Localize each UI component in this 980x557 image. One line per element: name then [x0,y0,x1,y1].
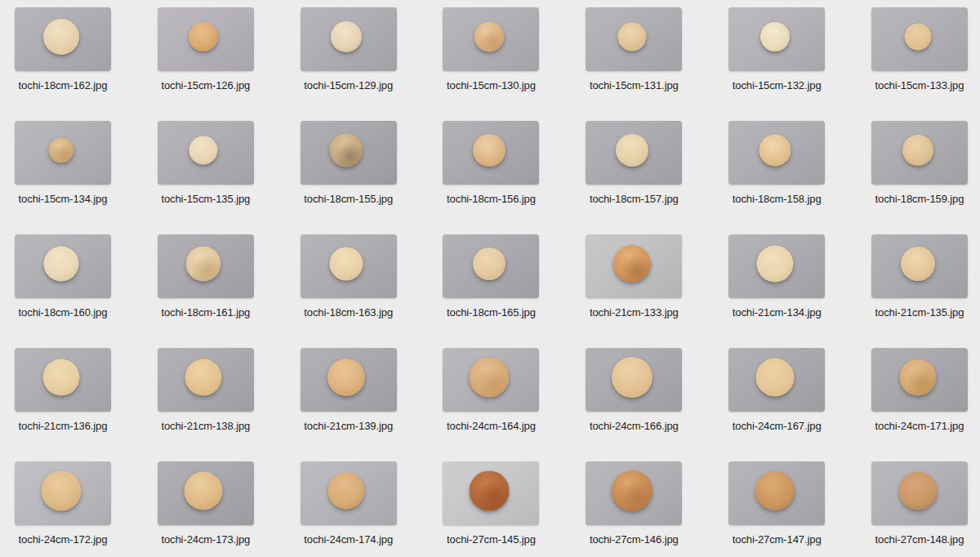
wooden-plate-photo [330,247,363,280]
gallery-item[interactable]: tochi-18cm-158.jpg [728,121,825,206]
filename-label: tochi-21cm-133.jpg [586,306,682,319]
gallery-item[interactable]: tochi-15cm-129.jpg [301,7,397,92]
gallery-item[interactable]: tochi-15cm-131.jpg [586,7,682,92]
thumbnail-image[interactable] [301,348,397,412]
thumbnail-image[interactable] [158,7,254,71]
wooden-plate-photo [612,470,653,511]
filename-label: tochi-24cm-174.jpg [301,533,397,546]
gallery-item[interactable]: tochi-21cm-135.jpg [871,234,968,319]
filename-label: tochi-24cm-171.jpg [871,420,968,433]
filename-label: tochi-18cm-160.jpg [15,306,111,319]
gallery-item[interactable]: tochi-18cm-162.jpg [15,7,111,92]
thumbnail-image[interactable] [158,348,254,412]
gallery-item[interactable]: tochi-27cm-145.jpg [443,461,539,546]
wooden-plate-photo [43,246,78,281]
thumbnail-image[interactable] [586,121,682,185]
gallery-item[interactable]: tochi-18cm-160.jpg [15,234,111,319]
wooden-plate-photo [616,134,648,167]
gallery-item[interactable]: tochi-27cm-146.jpg [586,461,682,546]
thumbnail-image[interactable] [15,461,111,525]
gallery-item[interactable]: tochi-18cm-161.jpg [158,234,254,319]
gallery-item[interactable]: tochi-15cm-134.jpg [15,121,111,206]
gallery-item[interactable]: tochi-27cm-148.jpg [871,461,968,546]
filename-label: tochi-27cm-148.jpg [871,533,968,546]
filename-label: tochi-15cm-135.jpg [158,193,254,206]
thumbnail-image[interactable] [301,7,397,71]
thumbnail-image[interactable] [586,348,682,412]
gallery-item[interactable]: tochi-18cm-155.jpg [301,121,397,206]
gallery-item[interactable]: tochi-18cm-156.jpg [443,121,539,206]
thumbnail-image[interactable] [871,7,968,71]
thumbnail-image[interactable] [443,121,539,185]
thumbnail-image[interactable] [728,121,825,185]
filename-label: tochi-24cm-167.jpg [728,420,825,433]
thumbnail-image[interactable] [443,7,539,71]
gallery-item[interactable]: tochi-15cm-133.jpg [871,7,968,92]
wooden-plate-photo [43,19,79,55]
wooden-plate-photo [48,137,74,163]
gallery-item[interactable]: tochi-15cm-135.jpg [158,121,254,206]
thumbnail-image[interactable] [443,348,539,412]
thumbnail-image[interactable] [728,461,825,525]
filename-label: tochi-27cm-146.jpg [586,533,682,546]
wooden-plate-photo [470,357,510,397]
wooden-plate-photo [902,135,933,166]
wooden-plate-photo [185,359,222,395]
thumbnail-image[interactable] [728,234,825,298]
gallery-item[interactable]: tochi-18cm-165.jpg [443,234,539,319]
thumbnail-image[interactable] [15,121,111,185]
thumbnail-image[interactable] [871,348,968,412]
gallery-item[interactable]: tochi-15cm-130.jpg [443,7,539,92]
thumbnail-image[interactable] [443,234,539,298]
thumbnail-image[interactable] [443,461,539,525]
gallery-item[interactable]: tochi-18cm-163.jpg [301,234,397,319]
gallery-item[interactable]: tochi-24cm-174.jpg [301,461,397,546]
gallery-item[interactable]: tochi-21cm-139.jpg [301,348,397,433]
wooden-plate-photo [898,471,937,510]
thumbnail-image[interactable] [301,461,397,525]
thumbnail-image[interactable] [871,461,968,525]
gallery-item[interactable]: tochi-24cm-166.jpg [586,348,682,433]
gallery-item[interactable]: tochi-21cm-138.jpg [158,348,254,433]
gallery-item[interactable]: tochi-21cm-133.jpg [586,234,682,319]
wooden-plate-photo [612,357,653,398]
thumbnail-image[interactable] [586,7,682,71]
wooden-plate-photo [470,470,510,510]
gallery-item[interactable]: tochi-18cm-159.jpg [871,121,968,206]
thumbnail-image[interactable] [301,234,397,298]
thumbnail-image[interactable] [158,234,254,298]
gallery-item[interactable]: tochi-24cm-167.jpg [728,348,825,433]
filename-label: tochi-24cm-166.jpg [586,420,682,433]
thumbnail-image[interactable] [15,234,111,298]
thumbnail-image[interactable] [301,121,397,185]
thumbnail-image[interactable] [728,348,825,412]
gallery-item[interactable]: tochi-21cm-134.jpg [728,234,825,319]
thumbnail-image[interactable] [728,7,825,71]
filename-label: tochi-15cm-131.jpg [586,79,682,92]
gallery-item[interactable]: tochi-21cm-136.jpg [15,348,111,433]
gallery-item[interactable]: tochi-24cm-173.jpg [158,461,254,546]
gallery-item[interactable]: tochi-18cm-157.jpg [586,121,682,206]
thumbnail-image[interactable] [15,7,111,71]
wooden-plate-photo [189,136,218,164]
thumbnail-image[interactable] [871,234,968,298]
gallery-item[interactable]: tochi-24cm-171.jpg [871,348,968,433]
thumbnail-image[interactable] [15,348,111,412]
thumbnail-image[interactable] [586,461,682,525]
filename-label: tochi-21cm-138.jpg [158,420,254,433]
wooden-plate-photo [755,358,794,396]
filename-label: tochi-15cm-130.jpg [443,79,539,92]
thumbnail-image[interactable] [586,234,682,298]
filename-label: tochi-18cm-158.jpg [728,193,825,206]
gallery-item[interactable]: tochi-24cm-164.jpg [443,348,539,433]
filename-label: tochi-24cm-173.jpg [158,533,254,546]
gallery-item[interactable]: tochi-15cm-132.jpg [728,7,825,92]
thumbnail-image[interactable] [871,121,968,185]
thumbnail-image[interactable] [158,121,254,185]
thumbnail-image[interactable] [158,461,254,525]
gallery-item[interactable]: tochi-24cm-172.jpg [15,461,111,546]
filename-label: tochi-27cm-147.jpg [728,533,825,546]
gallery-item[interactable]: tochi-27cm-147.jpg [728,461,825,546]
wooden-plate-photo [474,21,505,51]
gallery-item[interactable]: tochi-15cm-126.jpg [158,7,254,92]
